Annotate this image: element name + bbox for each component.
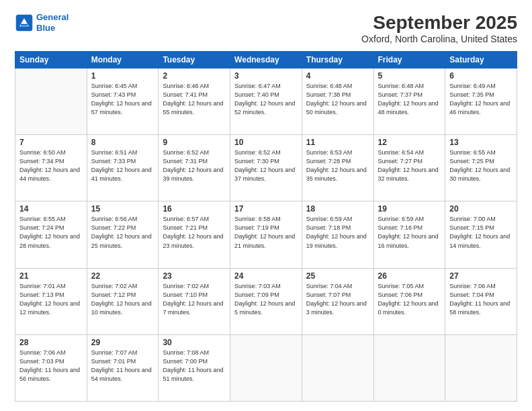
logo-line1: General xyxy=(36,12,69,22)
day-info: Sunrise: 6:58 AMSunset: 7:19 PMDaylight:… xyxy=(234,215,298,250)
day-info: Sunrise: 7:07 AMSunset: 7:01 PMDaylight:… xyxy=(91,349,154,383)
day-number: 10 xyxy=(234,138,298,147)
day-number: 13 xyxy=(449,138,513,147)
day-info: Sunrise: 7:00 AMSunset: 7:15 PMDaylight:… xyxy=(449,215,513,250)
day-info: Sunrise: 6:47 AMSunset: 7:40 PMDaylight:… xyxy=(234,82,298,117)
day-number: 1 xyxy=(91,71,154,81)
day-number: 15 xyxy=(91,204,154,214)
logo-icon xyxy=(15,13,34,32)
day-info: Sunrise: 7:01 AMSunset: 7:13 PMDaylight:… xyxy=(19,282,83,317)
day-info: Sunrise: 6:48 AMSunset: 7:38 PMDaylight:… xyxy=(306,82,369,117)
day-number: 5 xyxy=(378,71,441,81)
day-number: 16 xyxy=(163,204,226,214)
week-row-3: 21Sunrise: 7:01 AMSunset: 7:13 PMDayligh… xyxy=(15,268,517,334)
col-header-thursday: Thursday xyxy=(302,52,373,68)
day-cell xyxy=(302,334,373,401)
day-info: Sunrise: 6:45 AMSunset: 7:43 PMDaylight:… xyxy=(91,82,154,117)
week-row-1: 7Sunrise: 6:50 AMSunset: 7:34 PMDaylight… xyxy=(15,135,517,201)
day-cell xyxy=(15,68,87,135)
day-number: 20 xyxy=(449,204,513,214)
day-info: Sunrise: 7:03 AMSunset: 7:09 PMDaylight:… xyxy=(234,282,298,317)
day-info: Sunrise: 6:52 AMSunset: 7:31 PMDaylight:… xyxy=(163,148,226,183)
day-number: 30 xyxy=(163,338,226,347)
day-cell: 14Sunrise: 6:55 AMSunset: 7:24 PMDayligh… xyxy=(15,201,87,268)
day-info: Sunrise: 6:59 AMSunset: 7:18 PMDaylight:… xyxy=(306,215,369,250)
col-header-monday: Monday xyxy=(87,52,159,68)
day-number: 2 xyxy=(163,71,226,81)
day-cell: 11Sunrise: 6:53 AMSunset: 7:28 PMDayligh… xyxy=(302,135,373,201)
page: General Blue September 2025 Oxford, Nort… xyxy=(0,0,532,411)
day-cell xyxy=(230,334,302,401)
day-info: Sunrise: 7:04 AMSunset: 7:07 PMDaylight:… xyxy=(306,282,369,317)
day-cell: 30Sunrise: 7:08 AMSunset: 7:00 PMDayligh… xyxy=(159,334,230,401)
day-info: Sunrise: 7:02 AMSunset: 7:10 PMDaylight:… xyxy=(163,282,226,317)
day-info: Sunrise: 6:59 AMSunset: 7:16 PMDaylight:… xyxy=(378,215,441,250)
day-info: Sunrise: 7:05 AMSunset: 7:06 PMDaylight:… xyxy=(378,282,441,317)
logo-text: General Blue xyxy=(36,12,69,33)
day-info: Sunrise: 6:55 AMSunset: 7:25 PMDaylight:… xyxy=(449,148,513,183)
day-number: 6 xyxy=(449,71,513,81)
day-cell: 6Sunrise: 6:49 AMSunset: 7:35 PMDaylight… xyxy=(445,68,517,135)
logo-line2: Blue xyxy=(36,23,55,33)
day-info: Sunrise: 6:48 AMSunset: 7:37 PMDaylight:… xyxy=(378,82,441,117)
header-row: SundayMondayTuesdayWednesdayThursdayFrid… xyxy=(15,52,517,68)
day-info: Sunrise: 6:51 AMSunset: 7:33 PMDaylight:… xyxy=(91,148,154,183)
col-header-tuesday: Tuesday xyxy=(159,52,230,68)
day-cell: 10Sunrise: 6:52 AMSunset: 7:30 PMDayligh… xyxy=(230,135,302,201)
day-cell: 20Sunrise: 7:00 AMSunset: 7:15 PMDayligh… xyxy=(445,201,517,268)
day-info: Sunrise: 7:02 AMSunset: 7:12 PMDaylight:… xyxy=(91,282,154,317)
day-cell: 21Sunrise: 7:01 AMSunset: 7:13 PMDayligh… xyxy=(15,268,87,334)
day-info: Sunrise: 7:08 AMSunset: 7:00 PMDaylight:… xyxy=(163,349,226,383)
day-cell: 27Sunrise: 7:06 AMSunset: 7:04 PMDayligh… xyxy=(445,268,517,334)
calendar-table: SundayMondayTuesdayWednesdayThursdayFrid… xyxy=(15,51,517,402)
day-cell: 23Sunrise: 7:02 AMSunset: 7:10 PMDayligh… xyxy=(159,268,230,334)
col-header-friday: Friday xyxy=(373,52,445,68)
day-number: 27 xyxy=(449,271,513,281)
day-number: 21 xyxy=(19,271,83,281)
day-number: 25 xyxy=(306,271,369,281)
day-cell: 7Sunrise: 6:50 AMSunset: 7:34 PMDaylight… xyxy=(15,135,87,201)
day-info: Sunrise: 6:56 AMSunset: 7:22 PMDaylight:… xyxy=(91,215,154,250)
day-number: 26 xyxy=(378,271,441,281)
day-cell: 4Sunrise: 6:48 AMSunset: 7:38 PMDaylight… xyxy=(302,68,373,135)
day-cell: 2Sunrise: 6:46 AMSunset: 7:41 PMDaylight… xyxy=(159,68,230,135)
day-cell xyxy=(373,334,445,401)
day-number: 8 xyxy=(91,138,154,147)
subtitle: Oxford, North Carolina, United States xyxy=(361,34,517,44)
logo: General Blue xyxy=(15,12,69,33)
day-cell: 13Sunrise: 6:55 AMSunset: 7:25 PMDayligh… xyxy=(445,135,517,201)
day-cell: 1Sunrise: 6:45 AMSunset: 7:43 PMDaylight… xyxy=(87,68,159,135)
day-number: 19 xyxy=(378,204,441,214)
day-number: 4 xyxy=(306,71,369,81)
day-cell: 12Sunrise: 6:54 AMSunset: 7:27 PMDayligh… xyxy=(373,135,445,201)
header: General Blue September 2025 Oxford, Nort… xyxy=(15,12,517,44)
day-cell: 29Sunrise: 7:07 AMSunset: 7:01 PMDayligh… xyxy=(87,334,159,401)
col-header-saturday: Saturday xyxy=(445,52,517,68)
day-info: Sunrise: 6:53 AMSunset: 7:28 PMDaylight:… xyxy=(306,148,369,183)
day-cell xyxy=(445,334,517,401)
main-title: September 2025 xyxy=(361,12,517,34)
day-info: Sunrise: 6:46 AMSunset: 7:41 PMDaylight:… xyxy=(163,82,226,117)
day-cell: 3Sunrise: 6:47 AMSunset: 7:40 PMDaylight… xyxy=(230,68,302,135)
day-info: Sunrise: 7:06 AMSunset: 7:04 PMDaylight:… xyxy=(449,282,513,317)
day-number: 29 xyxy=(91,338,154,347)
day-info: Sunrise: 6:57 AMSunset: 7:21 PMDaylight:… xyxy=(163,215,226,250)
day-cell: 28Sunrise: 7:06 AMSunset: 7:03 PMDayligh… xyxy=(15,334,87,401)
day-info: Sunrise: 6:50 AMSunset: 7:34 PMDaylight:… xyxy=(19,148,83,183)
day-number: 11 xyxy=(306,138,369,147)
svg-rect-2 xyxy=(21,24,28,26)
day-number: 22 xyxy=(91,271,154,281)
day-number: 9 xyxy=(163,138,226,147)
day-number: 12 xyxy=(378,138,441,147)
day-info: Sunrise: 7:06 AMSunset: 7:03 PMDaylight:… xyxy=(19,349,83,383)
col-header-wednesday: Wednesday xyxy=(230,52,302,68)
day-number: 3 xyxy=(234,71,298,81)
day-cell: 18Sunrise: 6:59 AMSunset: 7:18 PMDayligh… xyxy=(302,201,373,268)
day-number: 17 xyxy=(234,204,298,214)
week-row-0: 1Sunrise: 6:45 AMSunset: 7:43 PMDaylight… xyxy=(15,68,517,135)
day-info: Sunrise: 6:52 AMSunset: 7:30 PMDaylight:… xyxy=(234,148,298,183)
day-number: 18 xyxy=(306,204,369,214)
day-info: Sunrise: 6:49 AMSunset: 7:35 PMDaylight:… xyxy=(449,82,513,117)
day-number: 23 xyxy=(163,271,226,281)
day-number: 14 xyxy=(19,204,83,214)
